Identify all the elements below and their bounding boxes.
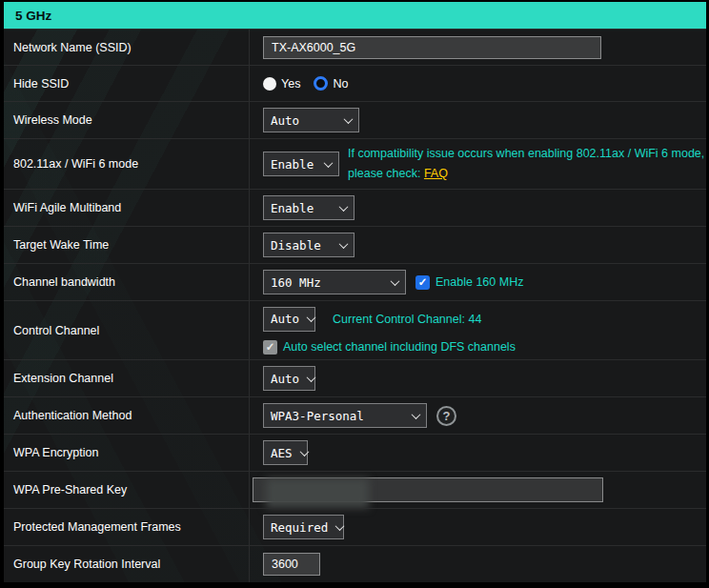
control-channel-value: Auto	[271, 312, 299, 326]
wireless-mode-value: Auto	[271, 113, 299, 128]
section-title: 5 GHz	[15, 9, 51, 23]
target-wake-time-label: Target Wake Time	[13, 238, 109, 252]
dfs-channels-label: Auto select channel including DFS channe…	[283, 340, 516, 354]
row-control-channel: Control Channel Auto Current Control Cha…	[4, 300, 706, 359]
section-header: 5 GHz	[4, 2, 706, 29]
target-wake-time-select[interactable]: Disable	[263, 233, 354, 257]
wpa-psk-label: WPA Pre-Shared Key	[13, 483, 127, 497]
help-question-icon[interactable]: ?	[436, 406, 456, 426]
enable-160mhz-checkbox[interactable]: ✓	[415, 275, 430, 290]
chevron-down-icon	[307, 313, 316, 322]
faq-link[interactable]: FAQ	[424, 167, 448, 180]
wifi6-note-line2: please check:	[348, 167, 424, 180]
extension-channel-select[interactable]: Auto	[263, 366, 315, 391]
wireless-mode-select[interactable]: Auto	[263, 108, 359, 132]
row-wireless-mode: Wireless Mode Auto	[4, 101, 706, 138]
extension-channel-value: Auto	[271, 372, 299, 386]
row-auth-method: Authentication Method WPA3-Personal ?	[4, 396, 706, 434]
chevron-down-icon	[344, 114, 354, 124]
row-group-key-rotation: Group Key Rotation Interval	[4, 545, 706, 582]
channel-bandwidth-value: 160 MHz	[271, 275, 321, 290]
row-agile-multiband: WiFi Agile Multiband Enable	[4, 189, 706, 226]
chevron-down-icon	[299, 447, 309, 456]
channel-bandwidth-label: Channel bandwidth	[13, 275, 115, 289]
wifi6-mode-value: Enable	[271, 157, 314, 172]
channel-bandwidth-select[interactable]: 160 MHz	[263, 270, 406, 294]
chevron-down-icon	[335, 521, 345, 531]
network-name-label: Network Name (SSID)	[13, 41, 132, 54]
row-network-name: Network Name (SSID)	[4, 29, 706, 65]
wpa-encryption-value: AES	[271, 446, 293, 460]
agile-multiband-label: WiFi Agile Multiband	[13, 201, 121, 214]
chevron-down-icon	[391, 276, 400, 286]
agile-multiband-value: Enable	[271, 201, 314, 215]
wireless-5ghz-settings-panel: 5 GHz Network Name (SSID) Hide SSID Yes …	[4, 2, 706, 582]
row-target-wake-time: Target Wake Time Disable	[4, 226, 706, 263]
hide-ssid-no-label: No	[333, 77, 348, 91]
chevron-down-icon	[324, 158, 334, 168]
pmf-select[interactable]: Required	[263, 515, 344, 539]
row-extension-channel: Extension Channel Auto	[4, 359, 706, 396]
auth-method-label: Authentication Method	[13, 409, 132, 422]
row-wpa-psk: WPA Pre-Shared Key	[4, 471, 706, 508]
row-hide-ssid: Hide SSID Yes No	[4, 65, 706, 101]
chevron-down-icon	[339, 202, 349, 212]
wifi6-compatibility-note: If compatibility issue occurs when enabl…	[348, 144, 704, 184]
auth-method-select[interactable]: WPA3-Personal	[263, 403, 427, 428]
wpa-encryption-select[interactable]: AES	[263, 440, 308, 465]
row-channel-bandwidth: Channel bandwidth 160 MHz ✓ Enable 160 M…	[4, 263, 706, 300]
chevron-down-icon	[339, 239, 349, 249]
wifi6-mode-select[interactable]: Enable	[263, 152, 339, 176]
target-wake-time-value: Disable	[271, 238, 321, 253]
row-pmf: Protected Management Frames Required	[4, 508, 706, 545]
control-channel-label: Control Channel	[13, 324, 99, 337]
pmf-label: Protected Management Frames	[13, 520, 181, 534]
wifi6-note-line1: If compatibility issue occurs when enabl…	[348, 147, 704, 160]
row-wifi6-mode: 802.11ax / WiFi 6 mode Enable If compati…	[4, 138, 706, 189]
chevron-down-icon	[412, 410, 421, 419]
row-wpa-encryption: WPA Encryption AES	[4, 434, 706, 471]
hide-ssid-yes-radio[interactable]	[263, 77, 276, 91]
control-channel-select[interactable]: Auto	[263, 307, 315, 332]
extension-channel-label: Extension Channel	[13, 372, 113, 385]
hide-ssid-no-radio[interactable]	[314, 76, 328, 91]
pmf-value: Required	[271, 520, 328, 535]
chevron-down-icon	[307, 373, 316, 382]
agile-multiband-select[interactable]: Enable	[263, 195, 354, 220]
wpa-encryption-label: WPA Encryption	[13, 446, 98, 459]
hide-ssid-label: Hide SSID	[13, 77, 69, 91]
current-control-channel-status: Current Control Channel: 44	[333, 313, 481, 326]
group-key-rotation-input[interactable]	[263, 553, 320, 576]
group-key-rotation-label: Group Key Rotation Interval	[13, 558, 160, 571]
hide-ssid-yes-label: Yes	[281, 77, 300, 91]
wifi6-mode-label: 802.11ax / WiFi 6 mode	[13, 157, 138, 171]
enable-160mhz-label: Enable 160 MHz	[436, 275, 523, 289]
wireless-mode-label: Wireless Mode	[13, 113, 92, 127]
auth-method-value: WPA3-Personal	[271, 409, 364, 423]
ssid-input[interactable]	[263, 36, 601, 59]
wpa-psk-input[interactable]	[253, 477, 603, 502]
dfs-channels-checkbox[interactable]: ✓	[263, 340, 277, 355]
